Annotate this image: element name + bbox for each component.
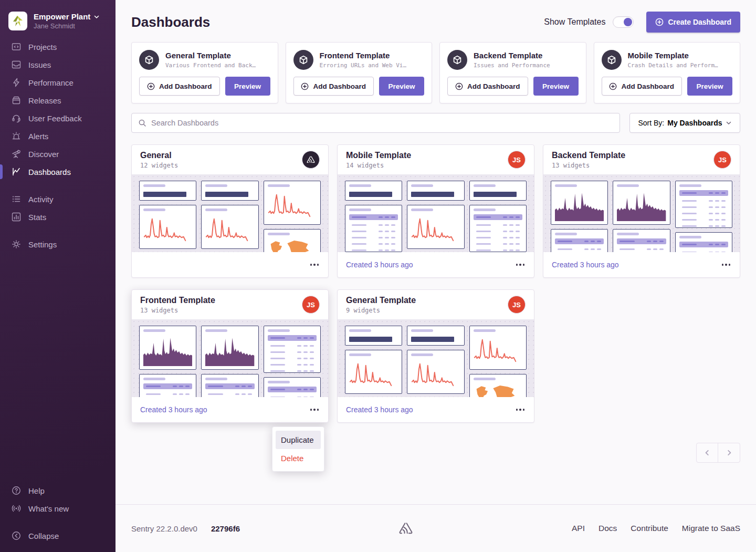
dashboards-icon: [12, 167, 21, 176]
add-dashboard-button[interactable]: Add Dashboard: [447, 77, 528, 96]
widget-thumbnail-area: [201, 326, 258, 370]
dashboard-card-backend-template[interactable]: Backend Template 13 widgets JS Created 3…: [543, 144, 740, 278]
circle-plus-icon: [301, 82, 309, 90]
dashboard-preview: [132, 174, 328, 253]
template-title: Mobile Template: [628, 51, 718, 60]
broadcast-icon: [12, 504, 21, 513]
dashboard-preview: [132, 319, 328, 398]
add-dashboard-button[interactable]: Add Dashboard: [293, 77, 374, 96]
created-label: Created 3 hours ago: [552, 261, 619, 269]
preview-button[interactable]: Preview: [687, 77, 732, 96]
footer-link-docs[interactable]: Docs: [598, 524, 617, 533]
template-title: General Template: [165, 51, 256, 60]
widget-thumbnail-line: [264, 181, 321, 225]
sentry-version: Sentry 22.2.0.dev0: [131, 524, 197, 533]
org-switcher[interactable]: Empower Plant Jane Schmidt: [0, 7, 116, 38]
sidebar-item-stats[interactable]: Stats: [0, 208, 116, 226]
sidebar-item-label: User Feedback: [28, 114, 82, 123]
sidebar-item-collapse[interactable]: Collapse: [0, 527, 116, 545]
sidebar-item-projects[interactable]: Projects: [0, 38, 116, 56]
menu-item-delete[interactable]: Delete: [276, 449, 321, 467]
template-subtitle: Crash Details and Perform…: [628, 62, 718, 69]
stats-icon: [12, 212, 21, 222]
search-icon: [138, 119, 146, 127]
widget-thumbnail-map: [469, 374, 527, 398]
sidebar-item-label: What's new: [28, 504, 69, 513]
add-dashboard-label: Add Dashboard: [159, 82, 212, 90]
sidebar-item-label: Issues: [28, 60, 51, 69]
add-dashboard-button[interactable]: Add Dashboard: [139, 77, 220, 96]
sidebar-item-dashboards[interactable]: Dashboards: [0, 163, 116, 181]
sidebar-item-performance[interactable]: Performance: [0, 74, 116, 91]
grid-empty-cell: [543, 289, 740, 423]
performance-icon: [12, 78, 21, 87]
show-templates-toggle[interactable]: [613, 16, 634, 28]
chevron-left-icon: [704, 449, 711, 456]
card-context-menu: Duplicate Delete: [272, 426, 324, 472]
user-avatar: JS: [713, 151, 731, 169]
sidebar-item-user-feedback[interactable]: User Feedback: [0, 109, 116, 127]
add-dashboard-button[interactable]: Add Dashboard: [602, 77, 682, 96]
page-title: Dashboards: [131, 14, 210, 30]
sidebar-item-label: Releases: [28, 96, 61, 105]
menu-item-duplicate[interactable]: Duplicate: [276, 431, 321, 449]
preview-button[interactable]: Preview: [379, 77, 424, 96]
sort-by-label: Sort By:: [638, 119, 664, 127]
footer-link-contribute[interactable]: Contribute: [631, 524, 668, 533]
widget-thumbnail-bignumber: [469, 181, 527, 201]
sidebar-nav: Projects Issues Performance Releases Use…: [0, 38, 116, 253]
alerts-icon: [12, 131, 21, 141]
sidebar-item-label: Performance: [28, 78, 74, 87]
sidebar-item-issues[interactable]: Issues: [0, 56, 116, 74]
next-page-button[interactable]: [718, 443, 740, 462]
org-name: Empower Plant: [34, 12, 90, 21]
sidebar-item-help[interactable]: Help: [0, 482, 116, 499]
sidebar-item-whats-new[interactable]: What's new: [0, 499, 116, 517]
card-menu-button[interactable]: [309, 261, 320, 269]
show-templates-label: Show Templates: [544, 17, 605, 27]
help-icon: [12, 486, 21, 495]
widget-thumbnail-area: [551, 181, 608, 225]
widget-thumbnail-bignumber: [345, 181, 402, 201]
chevron-down-icon: [726, 120, 732, 126]
org-logo: [8, 12, 27, 30]
issues-icon: [12, 60, 21, 69]
sidebar-item-discover[interactable]: Discover: [0, 145, 116, 163]
card-menu-button[interactable]: [515, 261, 526, 269]
sidebar-item-label: Dashboards: [28, 168, 71, 176]
sort-by-dropdown[interactable]: Sort By: My Dashboards: [629, 113, 740, 133]
preview-button[interactable]: Preview: [533, 77, 579, 96]
widget-thumbnail-table: [613, 229, 670, 253]
sidebar-item-releases[interactable]: Releases: [0, 91, 116, 109]
dashboard-card-general-template[interactable]: General Template 9 widgets JS Created 3 …: [337, 289, 534, 423]
previous-page-button[interactable]: [697, 443, 718, 462]
sidebar-item-label: Stats: [28, 213, 46, 222]
card-menu-button[interactable]: [515, 405, 526, 414]
created-label: Created 3 hours ago: [346, 405, 413, 414]
template-subtitle: Issues and Performance: [474, 62, 550, 69]
create-dashboard-button[interactable]: Create Dashboard: [646, 12, 740, 33]
dashboard-card-mobile-template[interactable]: Mobile Template 14 widgets JS Created 3 …: [337, 144, 534, 278]
widget-thumbnail-line: [407, 350, 464, 394]
widget-thumbnail-table: [264, 326, 321, 373]
footer-link-api[interactable]: API: [572, 524, 585, 533]
sidebar-item-activity[interactable]: Activity: [0, 190, 116, 208]
preview-button[interactable]: Preview: [225, 77, 270, 96]
user-avatar: JS: [508, 151, 526, 169]
sidebar-item-alerts[interactable]: Alerts: [0, 127, 116, 145]
template-cards-row: General Template Various Frontend and Ba…: [131, 42, 740, 103]
template-subtitle: Various Frontend and Back…: [165, 62, 256, 69]
dashboard-card-frontend-template[interactable]: Frontend Template 13 widgets JS Created …: [131, 289, 329, 423]
widget-thumbnail-bignumber: [345, 326, 402, 346]
sidebar-item-settings[interactable]: Settings: [0, 235, 116, 253]
dashboard-card-general[interactable]: General 12 widgets: [131, 144, 329, 278]
card-menu-button[interactable]: [721, 261, 732, 269]
widget-thumbnail-area: [139, 326, 196, 370]
widget-thumbnail-line: [407, 205, 464, 249]
card-menu-button[interactable]: [309, 405, 320, 414]
projects-icon: [12, 42, 21, 51]
search-input[interactable]: [151, 119, 613, 127]
chevron-down-icon: [93, 14, 100, 20]
footer-link-migrate[interactable]: Migrate to SaaS: [682, 524, 740, 533]
dashboard-widget-count: 13 widgets: [140, 307, 215, 314]
